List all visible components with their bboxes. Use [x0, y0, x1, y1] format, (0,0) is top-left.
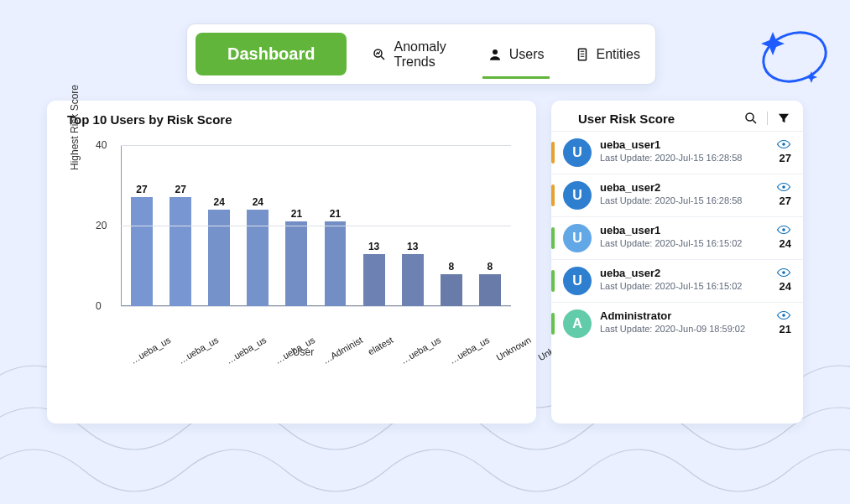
risk-card-title: User Risk Score	[565, 112, 735, 126]
risk-card: User Risk Score Uueba_user1Last Update: …	[551, 101, 803, 423]
score-value: 21	[780, 323, 791, 335]
bar	[441, 274, 462, 306]
tab-users[interactable]: Users	[482, 42, 550, 67]
score-value: 27	[780, 152, 791, 164]
bar	[169, 197, 191, 306]
bar	[131, 197, 153, 306]
user-icon	[488, 47, 503, 62]
risk-subtext: Last Update: 2020-Jun-09 18:59:02	[600, 324, 768, 334]
risk-text: AdministratorLast Update: 2020-Jun-09 18…	[600, 309, 768, 334]
y-tick: 40	[96, 139, 107, 151]
bar-value-label: 27	[136, 184, 147, 195]
bar-value-label: 24	[214, 196, 225, 208]
score-value: 24	[780, 280, 791, 293]
risk-item[interactable]: Uueba_user2Last Update: 2020-Jul-15 16:1…	[551, 259, 803, 302]
bar	[325, 221, 347, 306]
svg-point-2	[493, 49, 498, 55]
chart-card: Top 10 Users by Risk Score Highest Risk …	[47, 101, 536, 423]
tab-bar: Dashboard Anomaly Trends Users Entities	[186, 23, 656, 85]
chart-axis: 272724242121131388 02040	[121, 145, 511, 306]
risk-item[interactable]: AAdministratorLast Update: 2020-Jun-09 1…	[551, 302, 803, 345]
bar-value-label: 24	[253, 196, 263, 208]
svg-point-7	[782, 228, 785, 231]
risk-name: ueba_user1	[600, 224, 768, 236]
svg-point-5	[782, 143, 785, 146]
svg-point-0	[757, 25, 832, 90]
bar	[208, 210, 230, 306]
tab-anomaly-trends[interactable]: Anomaly Trends	[367, 34, 462, 75]
tab-label: Dashboard	[227, 44, 315, 64]
score-value: 24	[780, 237, 791, 250]
filter-icon[interactable]	[776, 111, 791, 126]
risk-subtext: Last Update: 2020-Jul-15 16:28:58	[600, 153, 768, 163]
search-icon[interactable]	[743, 111, 759, 126]
y-tick: 0	[96, 300, 102, 312]
eye-icon[interactable]	[776, 309, 791, 321]
tab-label: Users	[509, 47, 545, 62]
svg-point-8	[782, 271, 785, 274]
x-categories: ueba_us…ueba_us…ueba_us…ueba_us…Administ…	[121, 335, 511, 345]
eye-icon[interactable]	[776, 267, 791, 278]
tab-dashboard[interactable]: Dashboard	[196, 33, 347, 75]
accent-bar	[551, 313, 555, 335]
risk-subtext: Last Update: 2020-Jul-15 16:15:02	[600, 238, 768, 248]
accent-bar	[551, 184, 555, 206]
risk-subtext: Last Update: 2020-Jul-15 16:15:02	[600, 281, 768, 291]
svg-point-9	[782, 314, 785, 317]
chart-title: Top 10 Users by Risk Score	[64, 112, 519, 127]
divider	[767, 112, 768, 125]
tab-label: Entities	[597, 47, 640, 62]
risk-text: ueba_user1Last Update: 2020-Jul-15 16:15…	[600, 224, 768, 248]
risk-score: 24	[776, 267, 791, 293]
risk-subtext: Last Update: 2020-Jul-15 16:28:58	[600, 195, 768, 205]
accent-bar	[551, 227, 555, 249]
x-axis-label: User	[87, 346, 519, 358]
risk-name: Administrator	[600, 309, 768, 322]
accent-bar	[551, 270, 555, 292]
bar-value-label: 8	[488, 261, 493, 273]
avatar: U	[563, 138, 592, 167]
bar	[402, 254, 424, 306]
eye-icon[interactable]	[776, 138, 791, 150]
bar	[247, 210, 269, 306]
tab-label: Anomaly Trends	[394, 39, 456, 70]
avatar: U	[563, 224, 592, 252]
avatar: A	[563, 309, 592, 338]
bar-value-label: 8	[448, 261, 454, 273]
tab-entities[interactable]: Entities	[570, 42, 645, 67]
risk-score: 21	[776, 309, 791, 335]
risk-item[interactable]: Uueba_user1Last Update: 2020-Jul-15 16:1…	[551, 216, 803, 259]
gridline	[121, 145, 511, 146]
bar-value-label: 13	[407, 241, 418, 252]
risk-text: ueba_user2Last Update: 2020-Jul-15 16:15…	[600, 267, 768, 291]
bar-value-label: 21	[291, 208, 302, 220]
panels: Top 10 Users by Risk Score Highest Risk …	[47, 101, 803, 423]
svg-rect-3	[578, 49, 586, 60]
bar-value-label: 21	[330, 208, 341, 220]
risk-text: ueba_user2Last Update: 2020-Jul-15 16:28…	[600, 181, 768, 205]
risk-list: Uueba_user1Last Update: 2020-Jul-15 16:2…	[551, 131, 803, 345]
risk-name: ueba_user2	[600, 181, 768, 194]
eye-icon[interactable]	[776, 224, 791, 236]
bar	[479, 274, 501, 306]
avatar: U	[563, 181, 592, 210]
gridline	[121, 226, 511, 226]
bar-value-label: 13	[368, 241, 379, 252]
risk-item[interactable]: Uueba_user1Last Update: 2020-Jul-15 16:2…	[551, 131, 803, 174]
risk-item[interactable]: Uueba_user2Last Update: 2020-Jul-15 16:2…	[551, 174, 803, 216]
score-value: 27	[780, 195, 791, 207]
risk-score: 27	[776, 138, 791, 164]
eye-icon[interactable]	[776, 181, 791, 193]
gridline	[121, 306, 511, 307]
bar-chart: Highest Risk Score 272724242121131388 02…	[87, 137, 519, 355]
magnifier-chart-icon	[372, 47, 387, 62]
server-icon	[575, 47, 590, 62]
risk-text: ueba_user1Last Update: 2020-Jul-15 16:28…	[600, 138, 768, 163]
sparkle-decoration	[751, 15, 835, 99]
svg-point-4	[746, 113, 754, 121]
risk-name: ueba_user2	[600, 267, 768, 279]
risk-score: 27	[776, 181, 791, 207]
risk-name: ueba_user1	[600, 138, 768, 151]
risk-score: 24	[776, 224, 791, 250]
risk-card-header: User Risk Score	[551, 111, 803, 131]
